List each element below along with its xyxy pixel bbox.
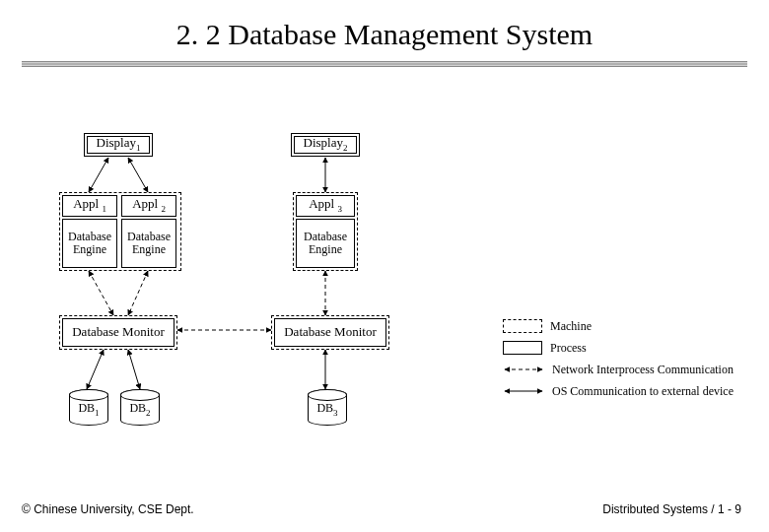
appl-3-box: Appl 3 — [296, 195, 355, 217]
appl-2-box: Appl 2 — [121, 195, 176, 217]
db-3-label: DB3 — [309, 401, 346, 417]
connectors-svg — [59, 99, 730, 463]
display-2-label: Display2 — [304, 136, 348, 153]
db-2-label: DB2 — [121, 401, 159, 417]
svg-line-4 — [128, 271, 148, 315]
legend-machine-icon — [503, 319, 542, 333]
page-title: 2. 2 Database Management System — [0, 18, 769, 51]
appl-1-label: Appl 1 — [73, 197, 106, 214]
legend-oscomm-label: OS Communication to external device — [552, 384, 734, 399]
db-3-cylinder: DB3 — [308, 389, 347, 426]
dbengine-2-box: Database Engine — [121, 219, 176, 268]
svg-line-1 — [128, 158, 148, 192]
legend-process-icon — [503, 341, 542, 355]
display-1-box: Display1 — [84, 133, 153, 157]
appl-1-box: Appl 1 — [62, 195, 117, 217]
svg-line-0 — [89, 158, 108, 192]
legend-row-machine: Machine — [503, 315, 749, 337]
svg-line-3 — [89, 271, 113, 315]
appl-3-label: Appl 3 — [309, 197, 342, 214]
db-1-label: DB1 — [70, 401, 107, 417]
architecture-diagram: Display1 Display2 Appl 1 Database Engine… — [59, 99, 730, 463]
legend-netipc-label: Network Interprocess Communication — [552, 363, 734, 377]
dbmonitor-1-box: Database Monitor — [62, 318, 175, 347]
legend-netipc-icon — [503, 363, 544, 376]
dbengine-1-box: Database Engine — [62, 219, 117, 268]
svg-line-7 — [87, 350, 104, 389]
legend-process-label: Process — [550, 341, 587, 356]
legend-row-netipc: Network Interprocess Communication — [503, 359, 749, 380]
legend-row-process: Process — [503, 337, 749, 359]
dbengine-3-box: Database Engine — [296, 219, 355, 268]
legend: Machine Process Network Interprocess Com… — [503, 315, 749, 402]
footer-copyright: © Chinese University, CSE Dept. — [22, 502, 194, 516]
svg-line-8 — [128, 350, 140, 389]
display-2-box: Display2 — [291, 133, 360, 157]
dbmonitor-2-box: Database Monitor — [274, 318, 386, 347]
legend-machine-label: Machine — [550, 319, 592, 334]
appl-2-label: Appl 2 — [132, 197, 166, 214]
db-2-cylinder: DB2 — [120, 389, 160, 426]
db-1-cylinder: DB1 — [69, 389, 108, 426]
horizontal-rule — [22, 61, 747, 67]
legend-oscomm-icon — [503, 384, 544, 398]
legend-row-oscomm: OS Communication to external device — [503, 380, 749, 402]
display-1-label: Display1 — [97, 136, 141, 153]
footer-page-number: Distributed Systems / 1 - 9 — [602, 502, 741, 516]
